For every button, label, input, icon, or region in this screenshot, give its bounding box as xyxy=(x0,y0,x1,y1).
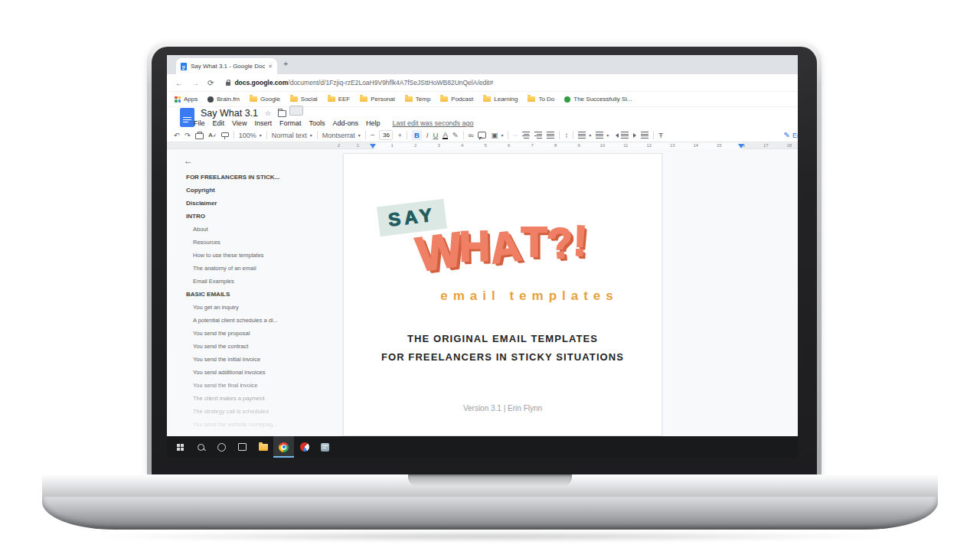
menu-help[interactable]: Help xyxy=(366,119,381,127)
close-tab-icon[interactable]: ✕ xyxy=(268,64,273,70)
editing-mode-button[interactable]: ✎ Edi xyxy=(784,131,798,139)
indent-marker-left[interactable] xyxy=(370,144,376,148)
version-byline: Version 3.1 | Erin Flynn xyxy=(344,404,662,412)
clear-formatting-button[interactable]: Ŧ xyxy=(658,131,663,139)
underline-button[interactable]: U xyxy=(433,131,439,139)
taskbar-search[interactable] xyxy=(191,436,211,458)
outline-item[interactable]: How to use these templates xyxy=(167,249,343,262)
bookmark-successfully[interactable]: The Successfully Si... xyxy=(564,96,632,103)
print-icon[interactable] xyxy=(195,133,204,139)
address-bar[interactable]: docs.google.com/document/d/1Fzjiq-rzE2Lo… xyxy=(234,79,493,86)
outline-item[interactable]: INTRO xyxy=(167,210,343,223)
indent-marker-right[interactable] xyxy=(738,144,744,148)
outline-item[interactable]: FOR FREELANCERS IN STICK... xyxy=(167,171,343,184)
browser-tab-active[interactable]: Say What 3.1 - Google Docs ✕ xyxy=(176,58,277,74)
task-view-button[interactable] xyxy=(232,436,253,458)
outline-item[interactable]: You send the initial invoice xyxy=(167,353,343,366)
font-size-increase[interactable]: + xyxy=(397,131,402,139)
bullet-list-button[interactable]: ▾ xyxy=(596,132,609,139)
font-size-decrease[interactable]: − xyxy=(371,131,375,139)
font-size-value[interactable]: 36 xyxy=(379,130,393,140)
outline-item[interactable]: Copyright xyxy=(167,184,343,197)
outline-item[interactable]: You send the website homepag... xyxy=(167,418,343,431)
text-color-button[interactable]: A xyxy=(443,132,447,139)
line-spacing-icon[interactable]: ↕ xyxy=(564,131,568,139)
styles-select[interactable]: Normal text▾ xyxy=(272,132,312,139)
document-page[interactable]: SAY WHAT?! email templates THE ORIGINAL … xyxy=(343,153,662,436)
insert-comment-icon[interactable] xyxy=(478,132,486,139)
menu-view[interactable]: View xyxy=(232,119,247,127)
app-notes-button[interactable] xyxy=(315,436,335,458)
last-edit-status[interactable]: Last edit was seconds ago xyxy=(392,119,473,127)
star-icon[interactable]: ☆ xyxy=(265,109,271,117)
bookmark-folder-podcast[interactable]: Podcast xyxy=(440,96,473,103)
google-docs-icon[interactable] xyxy=(180,108,194,127)
ruler[interactable]: 21 123456789101112131415161718 xyxy=(167,142,798,149)
menu-edit[interactable]: Edit xyxy=(213,119,225,127)
italic-button[interactable]: I xyxy=(426,131,429,139)
insert-image-icon[interactable]: ▣▾ xyxy=(491,131,503,139)
outline-item[interactable]: You send the contract xyxy=(167,340,343,353)
paint-format-icon[interactable] xyxy=(221,132,229,137)
spellcheck-icon[interactable]: A✓ xyxy=(208,132,217,139)
back-icon[interactable]: ← xyxy=(175,79,183,87)
menu-file[interactable]: File xyxy=(194,119,205,127)
indent-increase-button[interactable] xyxy=(633,132,648,139)
menu-addons[interactable]: Add-ons xyxy=(332,119,358,127)
bookmark-apps[interactable]: Apps xyxy=(175,96,198,103)
laptop-base-bottom xyxy=(42,497,938,530)
bookmark-folder-google[interactable]: Google xyxy=(250,96,280,103)
highlight-button[interactable]: ✎ xyxy=(452,131,459,139)
bold-button[interactable]: B xyxy=(412,130,422,140)
zoom-select[interactable]: 100%▾ xyxy=(239,132,262,139)
bookmark-brainfm[interactable]: Brain.fm xyxy=(207,96,240,103)
menu-tools[interactable]: Tools xyxy=(309,119,325,127)
numbered-list-button[interactable]: ▾ xyxy=(578,132,591,139)
forward-icon[interactable]: → xyxy=(191,79,199,87)
outline-item[interactable]: A potential client schedules a di... xyxy=(167,314,343,327)
taskbar-cortana[interactable] xyxy=(211,436,232,458)
bookmark-folder-temp[interactable]: Temp xyxy=(405,96,431,103)
outline-item[interactable]: Disclaimer xyxy=(167,197,343,210)
menu-format[interactable]: Format xyxy=(279,119,302,127)
bookmark-folder-learning[interactable]: Learning xyxy=(483,96,518,103)
browser-toolbar: ← → ⟳ docs.google.com/document/d/1Fzjiq-… xyxy=(167,74,798,92)
align-right-button[interactable] xyxy=(534,132,542,139)
align-justify-button[interactable] xyxy=(547,132,554,139)
outline-item[interactable]: You get an inquiry xyxy=(167,301,343,314)
logo-what-wordmark: WHAT?! xyxy=(417,215,589,273)
bookmark-folder-personal[interactable]: Personal xyxy=(360,96,395,103)
start-button[interactable] xyxy=(170,436,191,458)
menu-insert[interactable]: Insert xyxy=(254,119,272,127)
browser-tabstrip: Say What 3.1 - Google Docs ✕ + xyxy=(167,55,798,74)
file-explorer-button[interactable] xyxy=(253,436,273,458)
document-title[interactable]: Say What 3.1 xyxy=(201,108,258,119)
outline-item[interactable]: Resources xyxy=(167,236,343,249)
ruler-margin-numbers: 21 xyxy=(329,142,368,149)
outline-item[interactable]: Email Examples xyxy=(167,275,343,288)
outline-item[interactable]: The anatomy of an email xyxy=(167,262,343,275)
close-outline-icon[interactable]: ← xyxy=(184,155,193,166)
chrome-taskbar-button[interactable] xyxy=(273,436,294,458)
undo-icon[interactable]: ↶ xyxy=(174,131,180,139)
outline-item[interactable]: You send the proposal xyxy=(167,327,343,340)
outline-item[interactable]: The client makes a payment xyxy=(167,392,343,405)
redo-icon[interactable]: ↷ xyxy=(185,131,191,139)
insert-link-icon[interactable]: ∞ xyxy=(469,131,474,139)
font-select[interactable]: Montserrat▾ xyxy=(322,132,361,139)
outline-item[interactable]: About xyxy=(167,223,343,236)
move-folder-icon[interactable] xyxy=(278,110,286,117)
bookmark-folder-social[interactable]: Social xyxy=(290,96,318,103)
indent-decrease-button[interactable] xyxy=(613,132,629,139)
align-left-button[interactable] xyxy=(513,135,518,136)
outline-item[interactable]: BASIC EMAILS xyxy=(167,288,343,301)
outline-item[interactable]: You send the final invoice xyxy=(167,379,343,392)
new-tab-button[interactable]: + xyxy=(283,59,288,68)
app-red-button[interactable] xyxy=(294,436,315,458)
reload-icon[interactable]: ⟳ xyxy=(207,79,214,87)
outline-item[interactable]: The strategy call is scheduled xyxy=(167,405,343,418)
align-center-button[interactable] xyxy=(522,132,530,139)
bookmark-folder-todo[interactable]: To Do xyxy=(528,96,554,103)
outline-item[interactable]: You send additional invoices xyxy=(167,366,343,379)
bookmark-folder-eef[interactable]: EEF xyxy=(328,96,351,103)
